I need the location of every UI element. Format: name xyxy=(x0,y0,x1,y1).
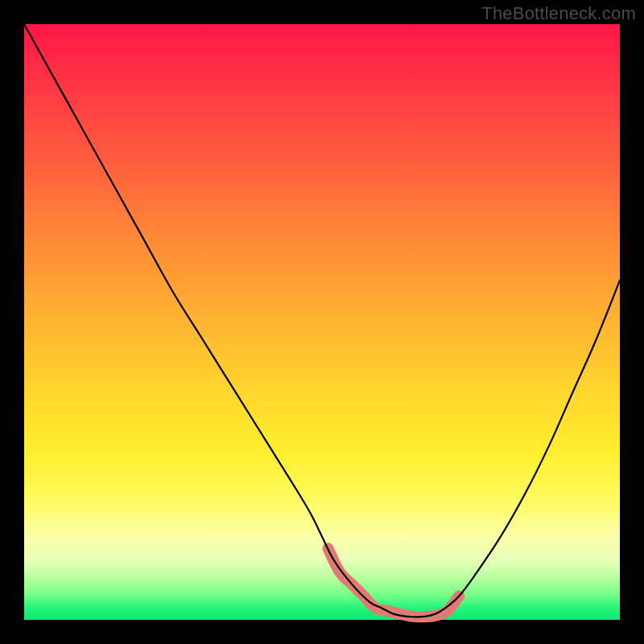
watermark-text: TheBottleneck.com xyxy=(481,3,636,24)
valley-highlight xyxy=(328,548,464,617)
bottleneck-curve xyxy=(24,24,620,617)
chart-svg xyxy=(24,24,620,620)
chart-frame: TheBottleneck.com xyxy=(0,0,644,644)
valley-highlight-path xyxy=(328,548,459,617)
plot-area xyxy=(24,24,620,620)
